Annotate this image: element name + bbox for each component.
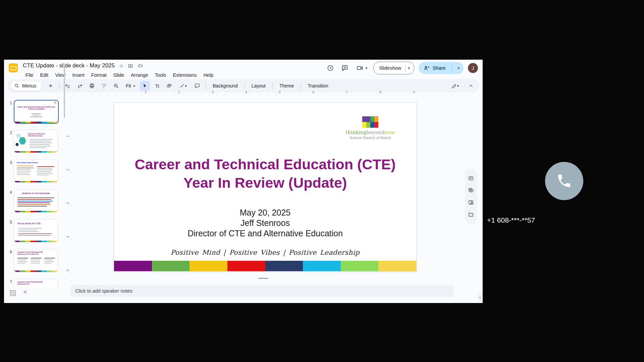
vertical-ruler: 1 2 3 4 5: [66, 97, 72, 286]
menu-arrange[interactable]: Arrange: [128, 72, 151, 78]
grid-view-icon[interactable]: [10, 290, 16, 296]
pen-dropdown-icon: ▾: [457, 84, 459, 88]
insert-line-button[interactable]: ▾: [176, 81, 190, 91]
hexagon-graphic: [15, 133, 27, 149]
menu-bar: File Edit View Insert Format Slide Arran…: [23, 72, 216, 78]
thumb-color-bar: [14, 151, 58, 153]
select-tool-button[interactable]: [140, 81, 150, 91]
phone-icon: [556, 173, 572, 189]
filmstrip-collapse-icon[interactable]: <: [23, 289, 27, 296]
menu-tools[interactable]: Tools: [152, 72, 169, 78]
logo-tiles: [362, 116, 378, 128]
image-person-icon[interactable]: [468, 199, 474, 205]
menu-format[interactable]: Format: [89, 72, 109, 78]
hide-menus-button[interactable]: [466, 81, 476, 91]
thumb-body-skeleton: [17, 167, 34, 176]
menu-extensions[interactable]: Extensions: [170, 72, 199, 78]
background-button[interactable]: Background: [209, 83, 241, 88]
logo-beyond: beyond: [367, 130, 385, 135]
thumb-body-skeleton: [18, 227, 42, 233]
share-label: Share: [433, 65, 446, 71]
comments-icon[interactable]: [340, 63, 350, 73]
thumb-number: 4: [7, 189, 12, 213]
insert-comment-button[interactable]: [192, 81, 202, 91]
panel-collapse-tab[interactable]: ‹: [477, 292, 483, 302]
slide-thumbnail-1[interactable]: Career and Technical Education (CTE) Yea…: [14, 100, 59, 124]
filmstrip-scrollbar[interactable]: [64, 64, 65, 118]
paint-format-button[interactable]: [99, 81, 109, 91]
logo-subtitle: School District of Beloit: [332, 136, 409, 140]
slide-tagline[interactable]: Positive Mind | Positive Vibes | Positiv…: [114, 248, 416, 256]
slide-thumbnail-2[interactable]: Career & Technical Education Areas: [14, 130, 58, 153]
camera-dropdown-icon[interactable]: ▾: [365, 66, 367, 70]
slideshow-dropdown-icon[interactable]: ▾: [408, 66, 413, 70]
menu-view[interactable]: View: [52, 72, 68, 78]
slide-title[interactable]: Career and Technical Education (CTE) Yea…: [114, 155, 416, 192]
new-slide-button[interactable]: [46, 81, 56, 91]
slide-thumbnail-7[interactable]: Academic Career Planning (ACP) Experienc…: [14, 279, 58, 288]
slide-thumbnail-4[interactable]: BENEFITS OF CTE PROGRAMS: [14, 189, 58, 213]
menu-help[interactable]: Help: [201, 72, 216, 78]
line-dropdown-icon: ▾: [185, 84, 187, 88]
phone-participant-label: +1 608-***-**57: [487, 216, 535, 224]
version-history-icon[interactable]: [325, 63, 335, 73]
thumb-number: 6: [7, 249, 12, 272]
thumb-number: 3: [7, 160, 12, 183]
menu-edit[interactable]: Edit: [37, 72, 51, 78]
theme-button[interactable]: Theme: [276, 83, 298, 88]
thumb-color-bar: [14, 241, 58, 242]
pen-tools-button[interactable]: ▾: [448, 81, 463, 91]
transition-button[interactable]: Transition: [304, 83, 331, 88]
camera-stack-icon[interactable]: [468, 187, 474, 193]
redo-button[interactable]: [75, 81, 85, 91]
district-logo: thinkingbeyondnow School District of Bel…: [332, 116, 409, 140]
search-icon: [14, 83, 19, 88]
menu-slide[interactable]: Slide: [111, 72, 127, 78]
slide-canvas[interactable]: thinkingbeyondnow School District of Bel…: [114, 103, 417, 272]
thumb-body-skeleton: [18, 232, 52, 237]
thumb-body-skeleton: [37, 165, 54, 176]
thumb-number: 7: [7, 279, 12, 288]
thumb-body-skeleton: [17, 257, 28, 264]
side-panel: [465, 169, 477, 224]
slide-color-bar: [114, 261, 416, 271]
thumb-body-skeleton: [30, 138, 53, 149]
zoom-button[interactable]: [111, 81, 121, 91]
slides-app-icon[interactable]: [9, 63, 18, 72]
notes-resize-handle[interactable]: [258, 278, 268, 279]
zoom-fit-select[interactable]: Fit ▾: [123, 83, 138, 88]
star-icon[interactable]: ☆: [119, 63, 123, 68]
meet-camera-icon[interactable]: ▾: [354, 63, 369, 73]
speaker-notes[interactable]: Click to add speaker notes: [70, 285, 454, 297]
print-button[interactable]: [87, 81, 97, 91]
text-box-button[interactable]: Tt: [152, 81, 162, 91]
document-title[interactable]: CTE Update - slide deck - May 2025: [23, 62, 115, 69]
thumb-body-skeleton: [44, 257, 55, 264]
menu-insert[interactable]: Insert: [70, 72, 87, 78]
slide-thumbnail-6[interactable]: Academic Career Planning (ACP) Experienc…: [14, 249, 58, 272]
slide-role: Director of CTE and Alternative Educatio…: [114, 228, 416, 239]
menus-search[interactable]: Menus: [11, 81, 42, 91]
thumb-title: Intermediate Opportunities: [17, 162, 38, 164]
share-button[interactable]: Share ▾: [419, 62, 464, 74]
slide-subtitle[interactable]: May 20, 2025 Jeff Stenroos Director of C…: [114, 207, 416, 239]
account-avatar[interactable]: J: [468, 63, 478, 73]
phone-participant-avatar: [545, 162, 583, 200]
thumb-logo: [54, 102, 56, 103]
thumb-body-skeleton: [17, 196, 54, 207]
chevron-left-icon: ‹: [479, 295, 481, 300]
insert-shape-button[interactable]: [164, 81, 174, 91]
cloud-status-icon[interactable]: [138, 63, 144, 68]
layout-button[interactable]: Layout: [248, 83, 269, 88]
folder-icon[interactable]: [468, 212, 474, 218]
move-to-folder-icon[interactable]: [128, 63, 133, 68]
share-dropdown-icon[interactable]: ▾: [458, 66, 462, 70]
slideshow-button[interactable]: Slideshow ▾: [373, 62, 414, 74]
menu-file[interactable]: File: [23, 72, 36, 78]
fit-dropdown-icon: ▾: [133, 84, 136, 88]
slide-date: May 20, 2025: [114, 207, 416, 218]
slide-thumbnail-5[interactable]: Focus Areas for CTE: [14, 219, 58, 242]
thumb-title: Academic Career Planning (ACP) Experienc…: [17, 281, 52, 285]
slide-thumbnail-3[interactable]: Intermediate Opportunities: [14, 160, 58, 183]
calendar-card-icon[interactable]: [468, 175, 474, 181]
